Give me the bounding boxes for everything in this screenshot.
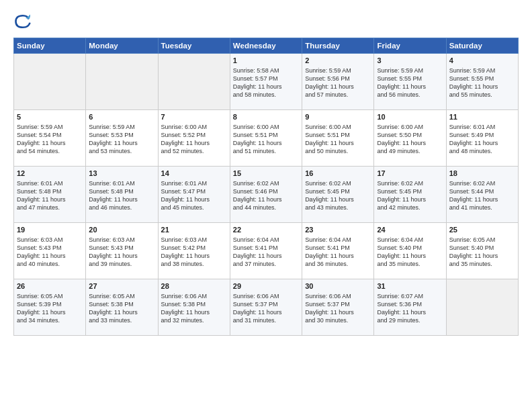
- calendar-cell: 7Sunrise: 6:00 AM Sunset: 5:52 PM Daylig…: [158, 110, 230, 167]
- week-row-5: 26Sunrise: 6:05 AM Sunset: 5:39 PM Dayli…: [14, 279, 519, 336]
- cell-info: Sunrise: 6:01 AM Sunset: 5:48 PM Dayligh…: [89, 179, 154, 212]
- day-number: 18: [449, 169, 515, 179]
- week-row-2: 5Sunrise: 5:59 AM Sunset: 5:54 PM Daylig…: [14, 110, 519, 167]
- week-row-3: 12Sunrise: 6:01 AM Sunset: 5:48 PM Dayli…: [14, 167, 519, 223]
- calendar-cell: 28Sunrise: 6:06 AM Sunset: 5:38 PM Dayli…: [158, 279, 230, 336]
- weekday-header-wednesday: Wednesday: [230, 38, 302, 54]
- day-number: 12: [17, 169, 83, 179]
- calendar-cell: 26Sunrise: 6:05 AM Sunset: 5:39 PM Dayli…: [14, 279, 86, 336]
- weekday-header-monday: Monday: [86, 38, 158, 54]
- cell-info: Sunrise: 6:03 AM Sunset: 5:43 PM Dayligh…: [89, 236, 154, 269]
- calendar-cell: 9Sunrise: 6:00 AM Sunset: 5:51 PM Daylig…: [302, 110, 374, 167]
- cell-info: Sunrise: 6:00 AM Sunset: 5:52 PM Dayligh…: [161, 123, 227, 156]
- day-number: 28: [161, 281, 227, 291]
- cell-info: Sunrise: 6:03 AM Sunset: 5:42 PM Dayligh…: [161, 236, 227, 269]
- calendar-table: SundayMondayTuesdayWednesdayThursdayFrid…: [13, 38, 519, 336]
- cell-info: Sunrise: 6:03 AM Sunset: 5:43 PM Dayligh…: [17, 236, 83, 269]
- cell-info: Sunrise: 5:59 AM Sunset: 5:55 PM Dayligh…: [449, 66, 515, 99]
- day-number: 14: [161, 169, 227, 179]
- cell-info: Sunrise: 6:01 AM Sunset: 5:48 PM Dayligh…: [17, 179, 83, 212]
- calendar-cell: 8Sunrise: 6:00 AM Sunset: 5:51 PM Daylig…: [230, 110, 302, 167]
- day-number: 31: [377, 281, 443, 291]
- cell-info: Sunrise: 6:00 AM Sunset: 5:51 PM Dayligh…: [233, 123, 299, 156]
- calendar-cell: 27Sunrise: 6:05 AM Sunset: 5:38 PM Dayli…: [86, 279, 158, 336]
- logo-icon: [13, 12, 32, 31]
- weekday-header-thursday: Thursday: [302, 38, 374, 54]
- cell-info: Sunrise: 6:00 AM Sunset: 5:50 PM Dayligh…: [377, 123, 443, 156]
- day-number: 24: [377, 225, 443, 235]
- calendar-cell: 4Sunrise: 5:59 AM Sunset: 5:55 PM Daylig…: [446, 54, 518, 110]
- cell-info: Sunrise: 6:04 AM Sunset: 5:40 PM Dayligh…: [377, 236, 443, 269]
- calendar-body: 1Sunrise: 5:58 AM Sunset: 5:57 PM Daylig…: [14, 54, 519, 336]
- calendar-cell: 29Sunrise: 6:06 AM Sunset: 5:37 PM Dayli…: [230, 279, 302, 336]
- cell-info: Sunrise: 6:02 AM Sunset: 5:44 PM Dayligh…: [449, 179, 515, 212]
- cell-info: Sunrise: 6:06 AM Sunset: 5:37 PM Dayligh…: [233, 292, 299, 325]
- cell-info: Sunrise: 6:00 AM Sunset: 5:51 PM Dayligh…: [305, 123, 371, 156]
- day-number: 10: [377, 112, 443, 122]
- calendar-cell: 25Sunrise: 6:05 AM Sunset: 5:40 PM Dayli…: [446, 223, 518, 279]
- day-number: 27: [89, 281, 154, 291]
- calendar-cell: 23Sunrise: 6:04 AM Sunset: 5:41 PM Dayli…: [302, 223, 374, 279]
- day-number: 16: [305, 169, 371, 179]
- calendar-cell: 11Sunrise: 6:01 AM Sunset: 5:49 PM Dayli…: [446, 110, 518, 167]
- calendar-cell: [446, 279, 518, 336]
- weekday-header-tuesday: Tuesday: [158, 38, 230, 54]
- calendar-cell: 19Sunrise: 6:03 AM Sunset: 5:43 PM Dayli…: [14, 223, 86, 279]
- weekday-header-row: SundayMondayTuesdayWednesdayThursdayFrid…: [14, 38, 519, 54]
- cell-info: Sunrise: 5:59 AM Sunset: 5:53 PM Dayligh…: [89, 123, 154, 156]
- calendar-cell: 10Sunrise: 6:00 AM Sunset: 5:50 PM Dayli…: [374, 110, 446, 167]
- calendar-cell: 31Sunrise: 6:07 AM Sunset: 5:36 PM Dayli…: [374, 279, 446, 336]
- calendar-cell: 18Sunrise: 6:02 AM Sunset: 5:44 PM Dayli…: [446, 167, 518, 223]
- day-number: 25: [449, 225, 515, 235]
- calendar-cell: 17Sunrise: 6:02 AM Sunset: 5:45 PM Dayli…: [374, 167, 446, 223]
- calendar-cell: 24Sunrise: 6:04 AM Sunset: 5:40 PM Dayli…: [374, 223, 446, 279]
- day-number: 29: [233, 281, 299, 291]
- day-number: 20: [89, 225, 154, 235]
- cell-info: Sunrise: 6:02 AM Sunset: 5:45 PM Dayligh…: [305, 179, 371, 212]
- cell-info: Sunrise: 5:59 AM Sunset: 5:54 PM Dayligh…: [17, 123, 83, 156]
- calendar-cell: 5Sunrise: 5:59 AM Sunset: 5:54 PM Daylig…: [14, 110, 86, 167]
- day-number: 1: [233, 56, 299, 66]
- calendar-cell: 15Sunrise: 6:02 AM Sunset: 5:46 PM Dayli…: [230, 167, 302, 223]
- day-number: 15: [233, 169, 299, 179]
- cell-info: Sunrise: 6:06 AM Sunset: 5:38 PM Dayligh…: [161, 292, 227, 325]
- cell-info: Sunrise: 5:59 AM Sunset: 5:55 PM Dayligh…: [377, 66, 443, 99]
- day-number: 3: [377, 56, 443, 66]
- calendar-cell: 2Sunrise: 5:59 AM Sunset: 5:56 PM Daylig…: [302, 54, 374, 110]
- day-number: 11: [449, 112, 515, 122]
- cell-info: Sunrise: 6:02 AM Sunset: 5:46 PM Dayligh…: [233, 179, 299, 212]
- calendar-cell: 21Sunrise: 6:03 AM Sunset: 5:42 PM Dayli…: [158, 223, 230, 279]
- calendar-cell: 1Sunrise: 5:58 AM Sunset: 5:57 PM Daylig…: [230, 54, 302, 110]
- day-number: 22: [233, 225, 299, 235]
- cell-info: Sunrise: 6:01 AM Sunset: 5:47 PM Dayligh…: [161, 179, 227, 212]
- day-number: 30: [305, 281, 371, 291]
- calendar-cell: 20Sunrise: 6:03 AM Sunset: 5:43 PM Dayli…: [86, 223, 158, 279]
- day-number: 2: [305, 56, 371, 66]
- cell-info: Sunrise: 6:01 AM Sunset: 5:49 PM Dayligh…: [449, 123, 515, 156]
- day-number: 4: [449, 56, 515, 66]
- cell-info: Sunrise: 6:06 AM Sunset: 5:37 PM Dayligh…: [305, 292, 371, 325]
- week-row-4: 19Sunrise: 6:03 AM Sunset: 5:43 PM Dayli…: [14, 223, 519, 279]
- cell-info: Sunrise: 6:04 AM Sunset: 5:41 PM Dayligh…: [305, 236, 371, 269]
- week-row-1: 1Sunrise: 5:58 AM Sunset: 5:57 PM Daylig…: [14, 54, 519, 110]
- day-number: 21: [161, 225, 227, 235]
- calendar-cell: 6Sunrise: 5:59 AM Sunset: 5:53 PM Daylig…: [86, 110, 158, 167]
- calendar-cell: 16Sunrise: 6:02 AM Sunset: 5:45 PM Dayli…: [302, 167, 374, 223]
- calendar-cell: 12Sunrise: 6:01 AM Sunset: 5:48 PM Dayli…: [14, 167, 86, 223]
- calendar-cell: [14, 54, 86, 110]
- logo: [13, 12, 35, 31]
- cell-info: Sunrise: 5:58 AM Sunset: 5:57 PM Dayligh…: [233, 66, 299, 99]
- day-number: 7: [161, 112, 227, 122]
- day-number: 17: [377, 169, 443, 179]
- cell-info: Sunrise: 6:05 AM Sunset: 5:38 PM Dayligh…: [89, 292, 154, 325]
- day-number: 9: [305, 112, 371, 122]
- cell-info: Sunrise: 6:05 AM Sunset: 5:39 PM Dayligh…: [17, 292, 83, 325]
- cell-info: Sunrise: 6:05 AM Sunset: 5:40 PM Dayligh…: [449, 236, 515, 269]
- calendar-cell: [86, 54, 158, 110]
- day-number: 6: [89, 112, 154, 122]
- day-number: 8: [233, 112, 299, 122]
- calendar-cell: 3Sunrise: 5:59 AM Sunset: 5:55 PM Daylig…: [374, 54, 446, 110]
- cell-info: Sunrise: 6:04 AM Sunset: 5:41 PM Dayligh…: [233, 236, 299, 269]
- header: [13, 12, 519, 31]
- calendar-header: SundayMondayTuesdayWednesdayThursdayFrid…: [14, 38, 519, 54]
